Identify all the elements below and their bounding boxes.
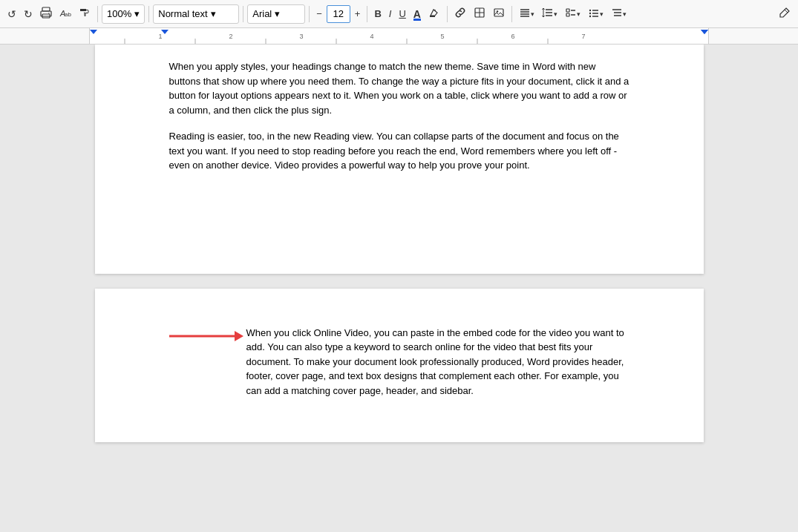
highlight-icon <box>428 7 440 21</box>
paint-format-icon <box>79 7 91 21</box>
ruler-track: 1 2 3 4 5 6 7 <box>89 28 709 44</box>
image-button[interactable] <box>490 4 508 24</box>
svg-rect-0 <box>42 7 50 11</box>
checklist-icon <box>565 7 577 21</box>
svg-text:1: 1 <box>158 33 162 40</box>
page-1: When you apply styles, your headings cha… <box>95 45 704 274</box>
bold-icon: B <box>374 8 381 19</box>
checklist-chevron-icon: ▾ <box>577 10 580 18</box>
redo-button[interactable]: ↻ <box>21 4 36 24</box>
svg-text:4: 4 <box>370 33 373 40</box>
zoom-dropdown[interactable]: 100% ▾ <box>102 4 145 24</box>
decrease-font-icon: − <box>316 8 322 19</box>
indent-list-chevron-icon: ▾ <box>623 10 627 18</box>
arrow-paragraph-container: When you click Online Video, you can pas… <box>169 326 629 398</box>
svg-point-23 <box>589 10 591 11</box>
indent-list-button[interactable]: ▾ <box>608 4 629 24</box>
style-label: Normal text <box>158 8 207 19</box>
undo-icon: ↺ <box>7 8 16 20</box>
list-button[interactable]: ▾ <box>585 4 606 24</box>
zoom-chevron-icon: ▾ <box>134 8 140 19</box>
svg-text:2: 2 <box>229 33 232 40</box>
equation-button[interactable] <box>471 4 488 24</box>
svg-text:7: 7 <box>581 33 585 40</box>
separator-7 <box>511 6 512 22</box>
separator-4 <box>309 6 310 22</box>
page1-paragraph-1: When you apply styles, your headings cha… <box>169 59 629 117</box>
svg-point-3 <box>48 13 50 14</box>
line-spacing-button[interactable]: ▾ <box>539 4 560 24</box>
indent-list-icon <box>611 7 623 21</box>
font-color-icon: A <box>413 9 421 19</box>
redo-icon: ↻ <box>24 8 33 20</box>
spellcheck-button[interactable]: A abc <box>56 4 74 24</box>
edit-mode-icon <box>779 7 791 21</box>
svg-text:3: 3 <box>299 33 303 40</box>
style-dropdown[interactable]: Normal text ▾ <box>153 4 239 24</box>
zoom-value: 100% <box>107 8 131 19</box>
ruler-left-indent-marker[interactable] <box>90 30 97 34</box>
svg-text:5: 5 <box>440 33 444 40</box>
line-spacing-icon <box>542 7 554 21</box>
list-icon <box>588 7 600 21</box>
align-icon <box>519 7 531 21</box>
undo-button[interactable]: ↺ <box>4 4 19 24</box>
page1-paragraph-2: Reading is easier, too, in the new Readi… <box>169 129 629 173</box>
checklist-button[interactable]: ▾ <box>562 4 583 24</box>
page1-blank-space <box>169 185 629 244</box>
svg-marker-48 <box>235 331 243 341</box>
align-button[interactable]: ▾ <box>516 4 537 24</box>
ruler: 1 2 3 4 5 6 7 <box>0 28 798 45</box>
spellcheck-icon: A abc <box>59 7 71 21</box>
italic-button[interactable]: I <box>386 4 395 24</box>
increase-font-icon: + <box>355 8 361 19</box>
svg-rect-19 <box>566 9 569 12</box>
svg-line-32 <box>785 10 788 13</box>
underline-button[interactable]: U <box>396 4 408 24</box>
separator-2 <box>148 6 149 22</box>
separator-1 <box>97 6 98 22</box>
italic-icon: I <box>389 8 392 19</box>
font-label: Arial <box>252 8 272 19</box>
svg-point-27 <box>589 16 591 17</box>
toolbar: ↺ ↻ A abc <box>0 0 798 28</box>
align-chevron-icon: ▾ <box>531 10 534 18</box>
link-button[interactable] <box>451 4 469 24</box>
svg-text:abc: abc <box>65 11 71 18</box>
svg-text:6: 6 <box>511 33 514 40</box>
font-color-button[interactable]: A <box>411 4 424 24</box>
separator-3 <box>243 6 243 22</box>
font-size-input[interactable]: 12 <box>327 5 350 23</box>
svg-point-25 <box>589 13 591 14</box>
print-icon <box>40 7 52 21</box>
svg-rect-6 <box>430 16 435 17</box>
page-2: When you click Online Video, you can pas… <box>95 289 704 443</box>
ruler-right-indent-marker[interactable] <box>701 30 708 34</box>
page2-paragraph-1: When you click Online Video, you can pas… <box>246 326 629 398</box>
separator-5 <box>367 6 367 22</box>
font-dropdown[interactable]: Arial ▾ <box>247 4 305 24</box>
font-chevron-icon: ▾ <box>275 8 280 19</box>
decrease-font-button[interactable]: − <box>313 4 325 24</box>
bold-button[interactable]: B <box>371 4 384 24</box>
highlight-button[interactable] <box>425 4 443 24</box>
separator-6 <box>447 6 448 22</box>
svg-rect-21 <box>566 13 569 16</box>
svg-point-11 <box>497 10 498 12</box>
link-icon <box>454 7 466 21</box>
red-arrow-icon <box>169 327 243 345</box>
document-area: When you apply styles, your headings cha… <box>0 45 798 532</box>
equation-icon <box>474 7 485 21</box>
edit-mode-button[interactable] <box>776 4 794 24</box>
style-chevron-icon: ▾ <box>211 8 216 19</box>
svg-rect-10 <box>494 9 503 16</box>
list-chevron-icon: ▾ <box>600 10 604 18</box>
ruler-ticks: 1 2 3 4 5 6 7 <box>90 28 708 45</box>
line-spacing-chevron-icon: ▾ <box>554 10 557 18</box>
print-button[interactable] <box>37 4 55 24</box>
paint-format-button[interactable] <box>76 4 94 24</box>
increase-font-button[interactable]: + <box>352 4 364 24</box>
image-icon <box>493 7 505 21</box>
underline-icon: U <box>399 8 405 19</box>
